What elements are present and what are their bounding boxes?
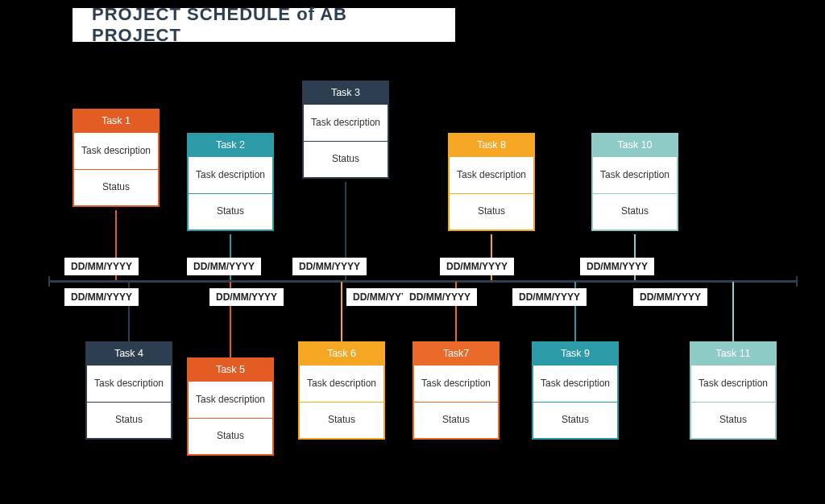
date-label-3: DD/MM/YYYY (292, 258, 367, 275)
task-description: Task description (85, 366, 172, 403)
date-label-2: DD/MM/YYYY (187, 258, 261, 275)
task-status: Status (302, 142, 389, 179)
task-status: Status (73, 170, 160, 207)
date-label-5: DD/MM/YYYY (209, 288, 284, 306)
date-label-9: DD/MM/YYYY (512, 288, 587, 306)
task-card-6: Task 6Task descriptionStatus (298, 341, 385, 440)
task-header: Task 11 (690, 341, 777, 366)
date-label-8: DD/MM/YYYY (440, 258, 514, 275)
task-card-3: Task 3Task descriptionStatus (302, 81, 389, 179)
task-card-10: Task 10Task descriptionStatus (591, 133, 678, 231)
date-label-11: DD/MM/YYYY (633, 288, 707, 306)
task-card-9: Task 9Task descriptionStatus (532, 341, 619, 440)
task-card-2: Task 2Task descriptionStatus (187, 133, 274, 231)
title-box: PROJECT SCHEDULE of AB PROJECT (73, 8, 455, 42)
task-description: Task description (532, 366, 619, 403)
diagram-canvas: { "title": "PROJECT SCHEDULE of AB PROJE… (0, 0, 825, 504)
task-status: Status (591, 194, 678, 231)
connector-11 (732, 282, 734, 341)
task-status: Status (448, 194, 535, 231)
task-header: Task 3 (302, 81, 389, 105)
timeline-axis (48, 280, 798, 283)
timeline-tick-right (796, 276, 798, 287)
task-header: Task7 (412, 341, 500, 366)
task-description: Task description (187, 382, 274, 419)
page-title: PROJECT SCHEDULE of AB PROJECT (92, 4, 436, 46)
task-status: Status (187, 194, 274, 231)
task-description: Task description (73, 133, 160, 170)
task-header: Task 1 (73, 109, 160, 133)
task-header: Task 6 (298, 341, 385, 366)
task-card-7: Task7Task descriptionStatus (412, 341, 500, 440)
task-description: Task description (302, 105, 389, 142)
task-header: Task 9 (532, 341, 619, 366)
task-card-11: Task 11Task descriptionStatus (690, 341, 777, 440)
task-header: Task 8 (448, 133, 535, 157)
task-description: Task description (412, 366, 500, 403)
date-label-7: DD/MM/YYYY (403, 288, 477, 306)
task-description: Task description (187, 157, 274, 194)
connector-6 (341, 282, 342, 341)
task-card-5: Task 5Task descriptionStatus (187, 357, 274, 456)
task-card-8: Task 8Task descriptionStatus (448, 133, 535, 231)
task-status: Status (412, 403, 500, 440)
task-card-1: Task 1Task descriptionStatus (73, 109, 160, 207)
task-status: Status (85, 403, 172, 440)
date-label-10: DD/MM/YYYY (580, 258, 654, 275)
task-header: Task 10 (591, 133, 678, 157)
task-header: Task 2 (187, 133, 274, 157)
task-card-4: Task 4Task descriptionStatus (85, 341, 172, 440)
task-status: Status (298, 403, 385, 440)
task-description: Task description (298, 366, 385, 403)
task-status: Status (187, 419, 274, 456)
task-header: Task 4 (85, 341, 172, 366)
task-description: Task description (690, 366, 777, 403)
task-status: Status (532, 403, 619, 440)
date-label-4: DD/MM/YYYY (64, 288, 139, 306)
task-description: Task description (448, 157, 535, 194)
task-status: Status (690, 403, 777, 440)
task-description: Task description (591, 157, 678, 194)
timeline-tick-left (48, 276, 50, 287)
date-label-1: DD/MM/YYYY (64, 258, 139, 275)
task-header: Task 5 (187, 357, 274, 382)
